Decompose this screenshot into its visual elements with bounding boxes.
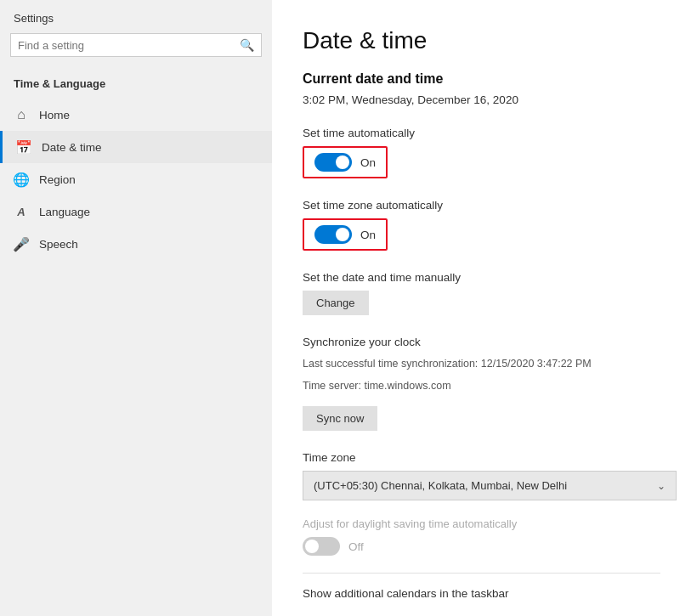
change-button[interactable]: Change	[303, 291, 369, 315]
search-icon: 🔍	[240, 38, 254, 52]
app-title: Settings	[0, 0, 272, 33]
calendar-icon: 📅	[16, 139, 31, 155]
sync-last-successful: Last successful time synchronization: 12…	[303, 355, 660, 372]
daylight-value: Off	[348, 540, 364, 553]
manual-label: Set the date and time manually	[303, 271, 660, 284]
sync-time-server: Time server: time.windows.com	[303, 377, 660, 394]
sync-now-button[interactable]: Sync now	[303, 406, 377, 431]
daylight-toggle-row: Off	[303, 537, 660, 556]
sidebar-item-language[interactable]: A Language	[0, 195, 272, 228]
page-title: Date & time	[303, 27, 660, 54]
search-box[interactable]: 🔍	[10, 33, 262, 57]
sidebar-item-label: Region	[39, 173, 76, 186]
manual-section: Set the date and time manually Change	[303, 271, 660, 315]
set-time-auto-toggle[interactable]	[314, 153, 352, 172]
set-timezone-auto-value: On	[360, 229, 376, 241]
sidebar: Settings 🔍 Time & Language ⌂ Home 📅 Date…	[0, 0, 272, 616]
section-label: Time & Language	[0, 71, 272, 99]
timezone-value: (UTC+05:30) Chennai, Kolkata, Mumbai, Ne…	[314, 479, 567, 492]
search-input[interactable]	[18, 39, 240, 52]
timezone-label: Time zone	[303, 451, 660, 464]
main-content: Date & time Current date and time 3:02 P…	[272, 0, 691, 616]
sidebar-item-home[interactable]: ⌂ Home	[0, 99, 272, 131]
sidebar-item-label: Speech	[39, 238, 78, 251]
set-timezone-auto-group: Set time zone automatically On	[303, 199, 660, 254]
sidebar-item-label: Date & time	[42, 141, 102, 154]
set-time-auto-toggle-row: On	[303, 146, 388, 178]
timezone-section: Time zone (UTC+05:30) Chennai, Kolkata, …	[303, 451, 660, 500]
set-time-auto-value: On	[360, 156, 376, 169]
daylight-toggle[interactable]	[303, 537, 340, 556]
set-timezone-auto-toggle[interactable]	[314, 225, 352, 244]
set-timezone-auto-toggle-row: On	[303, 218, 388, 251]
sidebar-item-region[interactable]: 🌐 Region	[0, 163, 272, 195]
set-timezone-auto-label: Set time zone automatically	[303, 199, 660, 212]
globe-icon: 🌐	[14, 172, 29, 187]
sidebar-item-speech[interactable]: 🎤 Speech	[0, 228, 272, 260]
current-datetime: 3:02 PM, Wednesday, December 16, 2020	[303, 93, 660, 106]
set-time-auto-label: Set time automatically	[303, 127, 660, 139]
daylight-label: Adjust for daylight saving time automati…	[303, 517, 660, 530]
home-icon: ⌂	[14, 107, 29, 122]
sidebar-item-label: Home	[39, 109, 70, 122]
timezone-dropdown[interactable]: (UTC+05:30) Chennai, Kolkata, Mumbai, Ne…	[303, 471, 677, 500]
mic-icon: 🎤	[14, 236, 29, 251]
additional-calendars-label: Show additional calendars in the taskbar	[303, 587, 660, 600]
sidebar-item-date-time[interactable]: 📅 Date & time	[0, 131, 272, 163]
set-time-auto-group: Set time automatically On	[303, 127, 660, 182]
daylight-section: Adjust for daylight saving time automati…	[303, 517, 660, 556]
language-icon: A	[14, 204, 29, 219]
divider	[303, 573, 660, 574]
chevron-down-icon: ⌄	[657, 480, 666, 492]
sync-section: Synchronize your clock Last successful t…	[303, 336, 660, 431]
current-section-heading: Current date and time	[303, 71, 660, 87]
sync-section-label: Synchronize your clock	[303, 336, 660, 348]
sidebar-item-label: Language	[39, 206, 90, 218]
